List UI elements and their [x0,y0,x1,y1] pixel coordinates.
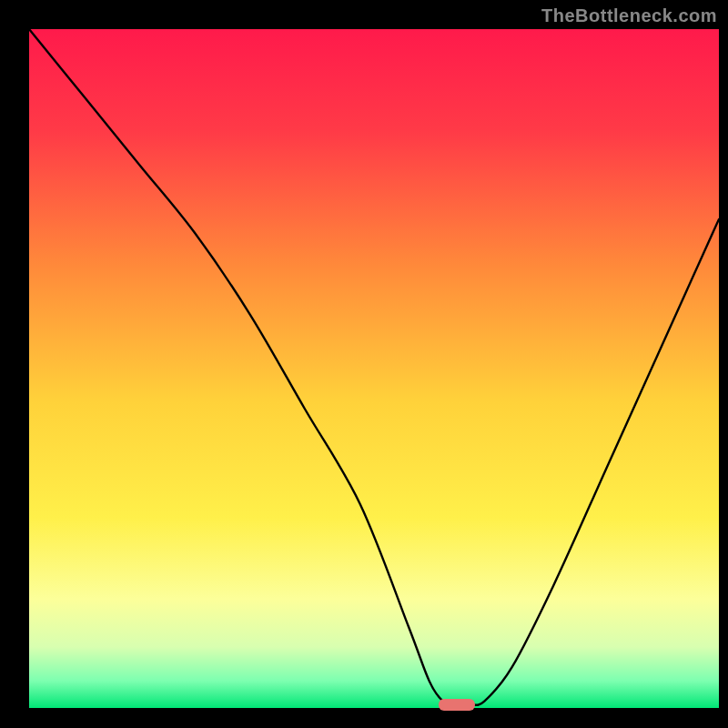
bottleneck-chart [0,0,728,728]
watermark-text: TheBottleneck.com [541,5,717,26]
optimal-marker [439,699,475,711]
plot-background [29,29,719,708]
chart-frame: TheBottleneck.com [0,0,728,728]
